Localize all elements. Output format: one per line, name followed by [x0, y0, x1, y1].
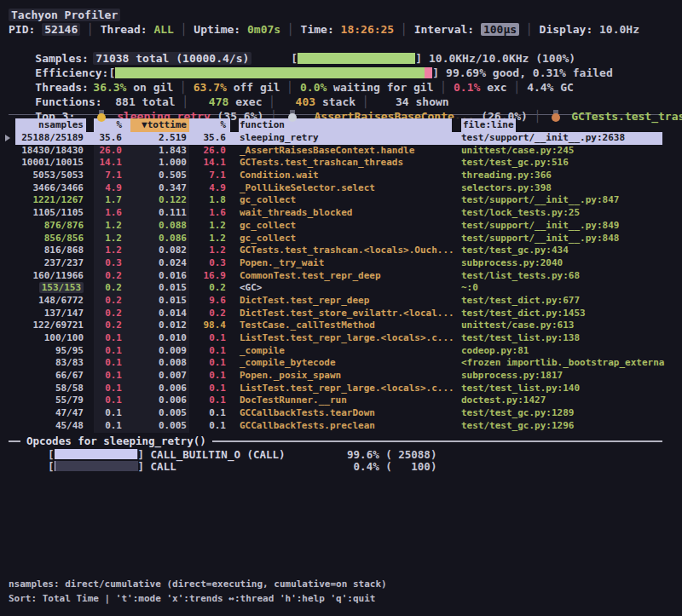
cell-pct-cumulative: 0.1	[189, 407, 230, 420]
table-row[interactable]: 122/697210.20.01298.4TestCase._callTestM…	[0, 320, 662, 332]
table-row[interactable]: 58/580.10.0060.1ListTest.test_repr_large…	[0, 383, 662, 395]
table-row[interactable]: 83/830.10.0080.1_compile_bytecode<frozen…	[0, 357, 662, 370]
col-gap	[124, 182, 130, 195]
cell-pct-direct-value: 0.2	[105, 270, 122, 281]
opcode-row: [] CALL 0.4% ( 100)	[0, 461, 682, 474]
cell-fileline-value: codeop.py:81	[461, 345, 529, 356]
cell-pct-cumulative: 0.1	[189, 370, 230, 383]
cell-tottime: 0.122	[130, 194, 189, 207]
cell-fileline: doctest.py:1427	[461, 394, 662, 407]
cell-pct-direct-value: 26.0	[100, 145, 123, 156]
table-row[interactable]: 47/470.10.0050.1GCCallbackTests.tearDown…	[0, 407, 662, 420]
cell-fileline-value: test/test_list.py:138	[461, 332, 580, 343]
table-row[interactable]: 95/950.10.0090.1_compilecodeop.py:81	[0, 345, 662, 358]
table-row[interactable]: 55/790.10.0060.1DocTestRunner.__rundocte…	[0, 394, 662, 407]
cell-pct-direct: 1.2	[94, 245, 124, 257]
table-row[interactable]: 137/1470.20.0140.2DictTest.test_store_ev…	[0, 308, 662, 320]
cell-pct-cumulative: 0.3	[189, 257, 230, 270]
table-row[interactable]: 3466/34664.90.3474.9_PollLikeSelector.se…	[0, 182, 662, 195]
col-gap	[124, 157, 130, 170]
table-row[interactable]: 876/8761.20.0881.2gc_collecttest/support…	[0, 220, 662, 233]
table-row[interactable]: 5053/50537.10.5057.1Condition.waitthread…	[0, 170, 662, 182]
cell-function-value: <GC>	[240, 282, 263, 293]
col-gap	[230, 345, 239, 358]
cell-nsamples: 816/868	[15, 245, 86, 257]
cell-nsamples: 1221/1267	[15, 194, 86, 207]
opcode-bar-close-bracket: ]	[138, 448, 145, 461]
selected-row-arrow-icon	[5, 135, 10, 141]
cell-pct-cumulative-value: 26.0	[204, 145, 227, 156]
column-header-fileline[interactable]: file:line	[461, 118, 662, 132]
cell-pct-direct-value: 0.2	[105, 282, 122, 293]
col-gap	[124, 170, 130, 182]
cell-tottime: 0.015	[130, 282, 189, 295]
cell-pct-cumulative: 0.1	[189, 420, 230, 433]
cell-function: Popen._posix_spawn	[239, 370, 461, 383]
cell-tottime-value: 0.015	[159, 282, 187, 293]
row-marker	[0, 320, 15, 332]
table-row[interactable]: 1221/12671.70.1221.8gc_collecttest/suppo…	[0, 194, 662, 207]
samples-row: Samples:71038 total (10000.4/s)[]10.0KHz…	[0, 37, 682, 51]
cell-pct-cumulative-value: 0.1	[209, 332, 226, 343]
col-gap	[86, 407, 94, 420]
cell-pct-direct: 0.1	[94, 345, 124, 358]
cell-function-value: DictTest.test_store_evilattr.<local...	[240, 308, 454, 319]
column-header-pct2[interactable]: %	[189, 118, 230, 132]
cell-pct-cumulative: 0.2	[189, 282, 230, 295]
col-gap	[86, 145, 94, 158]
table-row[interactable]: 66/670.10.0070.1Popen._posix_spawnsubpro…	[0, 370, 662, 383]
opcode-share-bar-fill	[55, 449, 138, 459]
cell-function: DictTest.test_repr_deep	[239, 295, 461, 308]
cell-pct-direct: 1.2	[94, 233, 124, 245]
column-header-nsamples[interactable]: nsamples	[15, 118, 86, 132]
thread-value: ALL	[153, 23, 173, 36]
nsamples-value: 25188/25189	[21, 132, 84, 143]
table-row[interactable]: 18430/1843026.01.84326.0_AssertRaisesBas…	[0, 145, 662, 158]
cell-fileline-value: doctest.py:1427	[461, 394, 546, 406]
thread-label: Thread:	[101, 23, 154, 36]
cell-fileline: subprocess.py:2040	[461, 257, 662, 270]
cell-pct-direct-value: 0.2	[105, 308, 122, 319]
cell-fileline: test/support/__init__.py:848	[461, 233, 662, 245]
cell-function-value: Popen._try_wait	[240, 257, 324, 268]
table-row[interactable]: 153/1530.20.0150.2<GC>~:0	[0, 282, 662, 295]
nsamples-value: 237/237	[44, 257, 84, 268]
cell-pct-cumulative-value: 7.1	[209, 170, 226, 181]
table-row[interactable]: 10001/1001514.11.00014.1GCTests.test_tra…	[0, 157, 662, 170]
col-gap	[230, 157, 239, 170]
table-row[interactable]: 160/119660.20.01616.9CommonTest.test_rep…	[0, 270, 662, 283]
column-header-function[interactable]: function	[239, 118, 461, 132]
tachyon-profiler-app: Tachyon Profiler PID: 52146 │ Thread: AL…	[0, 0, 682, 616]
col-gap	[230, 370, 239, 383]
cell-tottime-value: 2.519	[159, 132, 187, 143]
table-row[interactable]: 856/8561.20.0861.2gc_collecttest/support…	[0, 233, 662, 245]
cell-fileline-value: test/test_gc.py:1296	[461, 420, 574, 431]
col-gap	[230, 257, 239, 270]
cell-pct-cumulative: 7.1	[189, 170, 230, 182]
table-row[interactable]: 148/67720.20.0159.6DictTest.test_repr_de…	[0, 295, 662, 308]
cell-function-value: sleeping_retry	[240, 132, 319, 143]
opcodes-list: [] CALL_BUILTIN_O (CALL)99.6% ( 25088)[]…	[0, 449, 682, 474]
table-row[interactable]: 1105/11051.60.1111.6wait_threads_blocked…	[0, 207, 662, 220]
cell-fileline-value: test/test_list.py:140	[461, 383, 580, 394]
separator: │	[434, 81, 454, 94]
cell-fileline: test/test_list.py:140	[461, 383, 662, 395]
cell-tottime-value: 0.005	[159, 407, 187, 418]
table-row[interactable]: 100/1000.10.0100.1ListTest.test_repr_lar…	[0, 332, 662, 345]
cell-pct-cumulative: 1.6	[189, 207, 230, 220]
cell-pct-cumulative-value: 35.6	[204, 132, 227, 143]
cell-pct-direct-value: 0.1	[105, 332, 122, 343]
cell-tottime: 0.005	[130, 407, 189, 420]
row-marker	[0, 270, 15, 283]
table-row[interactable]: 237/2370.30.0240.3Popen._try_waitsubproc…	[0, 257, 662, 270]
column-header-tottime-sorted[interactable]: ▼tottime	[130, 118, 189, 132]
cell-fileline-value: test/lock_tests.py:25	[461, 207, 580, 218]
col-gap	[124, 332, 130, 345]
table-row[interactable]: 25188/2518935.62.51935.6sleeping_retryte…	[0, 132, 662, 145]
cell-pct-cumulative-value: 0.1	[209, 345, 226, 356]
cell-tottime: 0.014	[130, 308, 189, 320]
table-row[interactable]: 816/8681.20.0821.2GCTests.test_trashcan.…	[0, 245, 662, 257]
nsamples-value: 148/6772	[38, 295, 84, 306]
table-row[interactable]: 45/480.10.0050.1GCCallbackTests.preclean…	[0, 420, 662, 433]
samples-bar-close-bracket: ]	[415, 52, 422, 65]
